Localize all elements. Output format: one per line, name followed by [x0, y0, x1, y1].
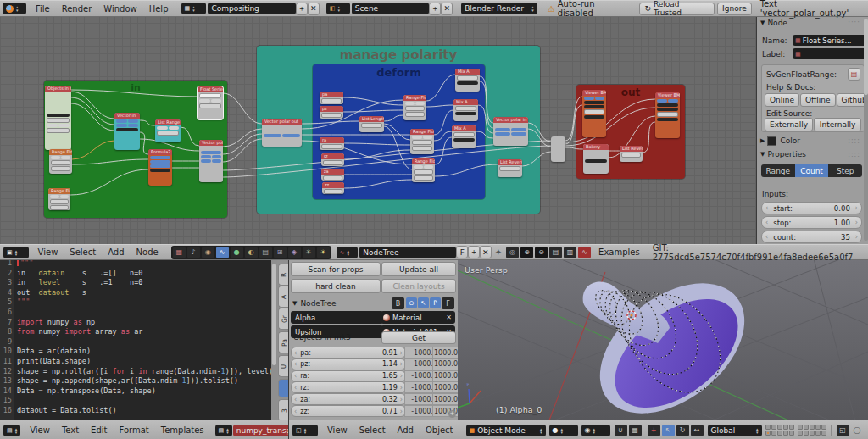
min-cell[interactable]: -1000. — [404, 381, 436, 393]
node-list-range-int[interactable]: List Range Int — [155, 119, 181, 142]
tree-type-6-icon[interactable]: ◐ — [245, 247, 258, 258]
add-tree-button[interactable]: ＋ — [468, 246, 480, 258]
layer-grid-1[interactable] — [765, 425, 794, 436]
menu-select[interactable]: Select — [70, 247, 96, 257]
tree-type-material-icon[interactable]: ◉ — [202, 247, 214, 258]
properties-panel-header[interactable]: ▼Properties:::: — [760, 149, 860, 159]
unlink-material-icon[interactable]: ✕ — [446, 314, 452, 321]
add-scene-button[interactable]: ＋ — [429, 3, 441, 15]
node-vector-polar-in[interactable]: Vector polar in — [493, 117, 528, 146]
menu-templates[interactable]: Templates — [161, 425, 204, 435]
node-formula[interactable]: Formula2 — [148, 149, 172, 186]
process-toggle[interactable]: P — [430, 297, 441, 308]
max-cell[interactable]: 1000.0 — [432, 347, 459, 358]
layer-10[interactable] — [789, 431, 794, 436]
node-float-za[interactable]: za — [321, 169, 344, 181]
tree-type-8-icon[interactable]: ⊞ — [274, 247, 287, 258]
node-objects-in-mk3[interactable]: Objects in mk3 — [45, 86, 71, 150]
node-reroute[interactable] — [551, 136, 565, 162]
node-panel-header[interactable]: ▼Node:::: — [760, 18, 860, 28]
hard-clean-button[interactable]: hard clean — [291, 279, 381, 293]
code-area[interactable]: """in datain s .=[] n=0in level s .=1 n=… — [17, 258, 266, 420]
reload-trusted-button[interactable]: ↻Reload Trusted — [639, 3, 715, 15]
layer-13[interactable] — [810, 425, 815, 430]
node-vector-polar-out-a[interactable]: Vector polar out — [262, 119, 302, 147]
layer-grid-2[interactable] — [798, 425, 826, 436]
clean-layouts-button[interactable]: Clean layouts — [381, 279, 456, 293]
tree-type-sound-icon[interactable]: ♪ — [187, 247, 200, 258]
node-viewer-bmesh-2[interactable]: Viewer BMesh — [655, 92, 680, 138]
node-float-ra[interactable]: ra — [320, 137, 344, 150]
node-mix-b[interactable]: Mix A — [453, 99, 478, 121]
menu-add[interactable]: Add — [108, 247, 124, 257]
editor-type-node-selector[interactable]: ▣▴▾ — [3, 247, 29, 258]
node-list-reverse-a[interactable]: List Reverse — [498, 159, 522, 177]
max-cell[interactable]: 1000.0 — [432, 381, 459, 393]
npanel-scrollbar[interactable] — [864, 19, 868, 241]
nodetree-panel-header[interactable]: ▼NodeTree B⊙↖PF — [292, 297, 455, 309]
range-mode-button[interactable]: Range — [761, 164, 795, 177]
tree-icon-button[interactable]: ∿▴▾ — [337, 247, 359, 258]
mode-selector[interactable]: ■Object Mode▴▾ — [466, 425, 546, 436]
menu-object[interactable]: Object — [426, 425, 453, 435]
node-label-field[interactable]: ▦ — [793, 48, 867, 59]
externally-button[interactable]: Externally — [765, 118, 813, 131]
viewport-3d[interactable]: z User Persp (1) Alpha_0 — [458, 258, 868, 420]
max-cell[interactable]: 1000.0 — [432, 393, 459, 405]
nodetree-selector[interactable]: NodeTree — [359, 247, 456, 258]
node-float-pz[interactable]: pz — [320, 106, 343, 119]
layer-7[interactable] — [771, 431, 776, 436]
delete-tree-button[interactable]: ✕ — [480, 246, 492, 258]
menu-node[interactable]: Node — [136, 247, 159, 257]
node-list-reverse-b[interactable]: List Reverse — [620, 146, 643, 162]
screen-layout-selector[interactable]: Compositing — [208, 3, 296, 14]
stop-slider[interactable]: ‹stop:1.00› — [761, 216, 862, 229]
manipulator-translate-icon[interactable]: ↖ — [662, 425, 675, 436]
node-float-zz[interactable]: zz — [322, 182, 344, 194]
manipulator-rotate-icon[interactable]: ↻ — [676, 425, 689, 436]
menu-edit[interactable]: Edit — [91, 425, 107, 435]
snap-element-icon[interactable]: ▦ — [629, 425, 642, 436]
node-vector-polar-out-green[interactable]: Vector polar out — [199, 140, 223, 182]
node-range-float-2[interactable]: Range Float — [48, 188, 70, 210]
sverchok-icon[interactable]: ∿ — [578, 247, 591, 258]
layer-15[interactable] — [821, 425, 826, 430]
text-datablock-icon-button[interactable]: ▤▴▾ — [215, 425, 232, 436]
render-border-icon[interactable]: ◯ — [851, 425, 864, 436]
update-all-button[interactable]: Update all — [381, 262, 456, 276]
max-cell[interactable]: 1000.0 — [432, 358, 459, 370]
editor-type-text-selector[interactable]: ▤▴▾ — [3, 425, 20, 436]
menu-view[interactable]: View — [327, 425, 348, 435]
scan-for-props-button[interactable]: Scan for props — [291, 262, 381, 276]
fake-user-button[interactable]: F — [456, 246, 468, 258]
screen-layout-icon-button[interactable]: ▦▴▾ — [181, 3, 207, 14]
menu-view[interactable]: View — [30, 425, 50, 435]
min-cell[interactable]: -1000. — [404, 358, 436, 370]
lock-to-scene-icon[interactable]: ◱ — [837, 425, 849, 436]
add-layout-button[interactable]: ＋ — [296, 3, 308, 15]
pz-slider[interactable]: ‹pz:1.14› — [291, 358, 406, 370]
manipulator-scale-icon[interactable]: ↔ — [691, 425, 704, 436]
internally-button[interactable]: Internally — [814, 118, 861, 131]
menu-window[interactable]: Window — [103, 4, 136, 14]
color-swatch[interactable] — [767, 136, 776, 146]
open-text-button[interactable]: ▤ — [848, 68, 860, 81]
step-mode-button[interactable]: Step — [828, 164, 862, 177]
layer-3[interactable] — [777, 425, 782, 430]
group-make-icon[interactable]: ⊕ — [520, 247, 533, 258]
za-slider[interactable]: ‹za:0.32› — [291, 393, 406, 405]
min-cell[interactable]: -1000. — [404, 370, 436, 382]
menu-file[interactable]: File — [36, 4, 50, 14]
delete-layout-button[interactable]: ✕ — [308, 3, 320, 15]
layer-8[interactable] — [777, 431, 782, 436]
min-cell[interactable]: -1000. — [404, 405, 436, 417]
layout-row-alpha[interactable]: Alpha — [291, 311, 383, 324]
layer-5[interactable] — [789, 425, 794, 430]
snap-magnet-icon[interactable]: ∪ — [615, 425, 627, 436]
pa-slider[interactable]: ‹pa:0.91› — [291, 347, 406, 358]
start-slider[interactable]: ‹start:0.00› — [761, 202, 862, 214]
render-engine-selector[interactable]: Blender Render▴▾ — [461, 3, 537, 14]
min-cell[interactable]: -1000. — [404, 347, 436, 358]
get-button[interactable]: Get — [381, 331, 456, 344]
tree-type-9-icon[interactable]: ◈ — [288, 247, 301, 258]
